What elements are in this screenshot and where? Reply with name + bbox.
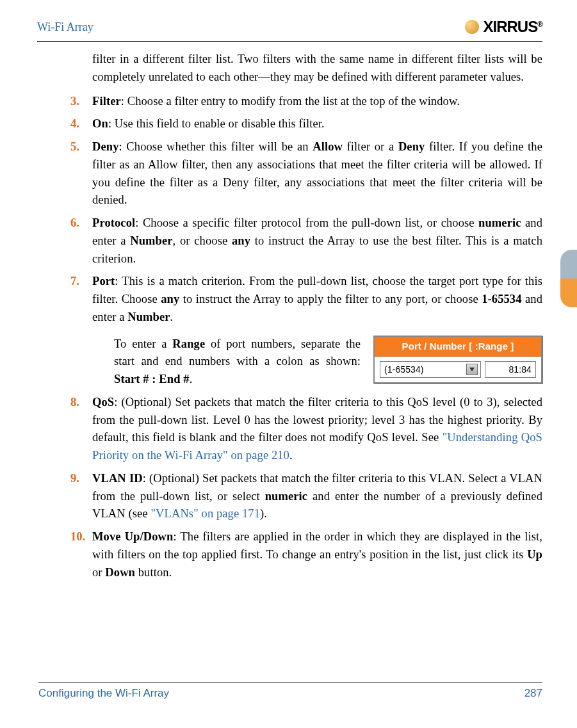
step-5: 5. Deny: Choose whether this filter will… <box>70 138 542 209</box>
step-8: 8. QoS: (Optional) Set packets that matc… <box>70 394 542 465</box>
step-number: 4. <box>70 115 92 133</box>
step-number: 6. <box>70 214 92 268</box>
text: . <box>170 311 174 323</box>
step-body: Deny: Choose whether this filter will be… <box>92 138 542 209</box>
logo-text: XIRRUS® <box>483 18 542 36</box>
bold: Start # : End # <box>114 373 190 385</box>
port-select-value: (1-65534) <box>384 363 424 376</box>
text: to instruct the Array to apply the filte… <box>179 293 482 305</box>
bold: any <box>161 293 179 305</box>
bold: Allow <box>313 140 343 153</box>
bold: Number <box>130 234 172 247</box>
bold: Range <box>172 337 205 350</box>
step-number: 3. <box>70 93 92 111</box>
step-7-sub-text: To enter a Range of port numbers, separa… <box>114 336 361 389</box>
text: : Choose a specific filter protocol from… <box>135 216 478 229</box>
step-number: 8. <box>70 394 92 465</box>
bold: Up <box>527 548 542 561</box>
port-number-widget: Port / Number [ :Range ] (1-65534) 81:84 <box>373 336 542 384</box>
brand-logo: XIRRUS® <box>465 18 542 36</box>
step-10: 10. Move Up/Down: The filters are applie… <box>70 528 542 581</box>
step-body: QoS: (Optional) Set packets that match t… <box>92 394 542 465</box>
bold: numeric <box>478 216 521 229</box>
registered-icon: ® <box>537 20 542 29</box>
bold: numeric <box>265 490 307 503</box>
text: : Use this field to enable or disable th… <box>108 117 325 130</box>
text: . <box>190 373 193 385</box>
term: On <box>92 117 108 130</box>
footer-page-number: 287 <box>524 687 542 700</box>
header-title: Wi-Fi Array <box>37 20 93 34</box>
continuation-paragraph: filter in a different filter list. Two f… <box>92 51 542 86</box>
step-body: Port: This is a match criterion. From th… <box>92 273 542 389</box>
text: : Choose a filter entry to modify from t… <box>121 95 460 108</box>
step-body: Filter: Choose a filter entry to modify … <box>92 93 542 111</box>
vlans-link[interactable]: "VLANs" on page 171 <box>150 507 260 520</box>
step-number: 7. <box>70 273 92 389</box>
bold: 1-65534 <box>482 293 521 305</box>
content-area: filter in a different filter list. Two f… <box>37 51 542 581</box>
step-number: 10. <box>70 528 92 581</box>
text: filter or a <box>343 140 398 153</box>
text: ). <box>260 507 267 520</box>
term: QoS <box>92 396 114 408</box>
page-footer: Configuring the Wi-Fi Array 287 <box>38 683 542 700</box>
logo-mark-icon <box>465 20 479 34</box>
step-number: 9. <box>70 470 92 523</box>
step-9: 9. VLAN ID: (Optional) Set packets that … <box>70 470 542 523</box>
port-widget-header: Port / Number [ :Range ] <box>375 337 541 357</box>
step-7-sub-row: To enter a Range of port numbers, separa… <box>114 336 542 389</box>
logo-word: XIRRUS <box>483 18 537 35</box>
term: VLAN ID <box>92 472 143 485</box>
step-7: 7. Port: This is a match criterion. From… <box>70 273 542 389</box>
step-body: Move Up/Down: The filters are applied in… <box>92 528 542 581</box>
text: or <box>92 566 105 579</box>
port-range-select[interactable]: (1-65534) <box>380 361 481 378</box>
text: . <box>289 449 293 462</box>
bold: Deny <box>398 140 425 153</box>
term: Deny <box>92 140 119 153</box>
term: Port <box>92 275 115 287</box>
step-body: VLAN ID: (Optional) Set packets that mat… <box>92 470 542 523</box>
header-divider <box>37 41 542 42</box>
page-header: Wi-Fi Array XIRRUS® <box>37 15 542 38</box>
text: , or choose <box>173 234 232 247</box>
step-4: 4. On: Use this field to enable or disab… <box>70 115 542 133</box>
step-body: Protocol: Choose a specific filter proto… <box>92 214 542 268</box>
step-number: 5. <box>70 138 92 209</box>
port-number-input[interactable]: 81:84 <box>485 361 536 378</box>
term: Move Up/Down <box>92 530 173 543</box>
bold: Down <box>105 566 135 579</box>
footer-section-title: Configuring the Wi-Fi Array <box>38 687 169 700</box>
step-body: On: Use this field to enable or disable … <box>92 115 542 133</box>
port-widget-body: (1-65534) 81:84 <box>375 357 541 382</box>
text: To enter a <box>114 337 172 350</box>
bold: any <box>232 234 250 247</box>
step-3: 3. Filter: Choose a filter entry to modi… <box>70 93 542 111</box>
chevron-down-icon <box>466 364 478 375</box>
step-6: 6. Protocol: Choose a specific filter pr… <box>70 214 542 268</box>
port-input-value: 81:84 <box>508 363 532 376</box>
side-tab-icon <box>560 250 577 307</box>
bold: Number <box>127 311 170 323</box>
text: button. <box>135 566 172 579</box>
text: : Choose whether this filter will be an <box>119 140 313 153</box>
term: Filter <box>92 95 121 108</box>
page: Wi-Fi Array XIRRUS® filter in a differen… <box>0 0 577 728</box>
term: Protocol <box>92 216 135 229</box>
